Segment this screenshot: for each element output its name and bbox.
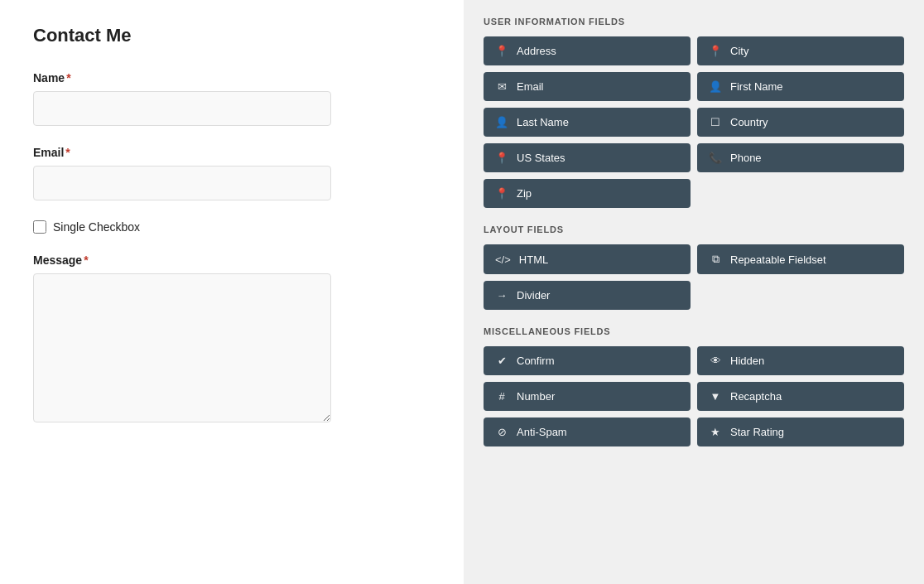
- address-icon: 📍: [495, 45, 508, 57]
- left-panel: Contact Me Name* Email* Single Checkbox …: [0, 0, 464, 584]
- field-btn-country[interactable]: ☐Country: [697, 108, 904, 137]
- city-icon: 📍: [709, 45, 722, 57]
- first-name-label: First Name: [730, 80, 783, 93]
- repeatable-fieldset-label: Repeatable Fieldset: [730, 253, 826, 266]
- checkbox-label: Single Checkbox: [53, 220, 140, 234]
- email-input[interactable]: [33, 166, 331, 200]
- checkbox-group: Single Checkbox: [33, 220, 431, 234]
- recaptcha-icon: ▼: [709, 390, 722, 403]
- first-name-icon: 👤: [709, 80, 722, 93]
- us-states-label: US States: [517, 152, 565, 164]
- divider-label: Divider: [517, 289, 550, 302]
- message-label: Message*: [33, 253, 431, 267]
- fields-grid-miscellaneous: ✔Confirm👁Hidden#Number▼Recaptcha⊘Anti-Sp…: [484, 346, 904, 446]
- star-rating-label: Star Rating: [730, 426, 784, 438]
- section-miscellaneous: MISCELLANEOUS FIELDS✔Confirm👁Hidden#Numb…: [484, 326, 904, 446]
- field-btn-confirm[interactable]: ✔Confirm: [484, 346, 691, 375]
- recaptcha-label: Recaptcha: [730, 390, 782, 403]
- phone-label: Phone: [730, 152, 762, 164]
- zip-label: Zip: [517, 187, 532, 200]
- anti-spam-icon: ⊘: [495, 426, 508, 438]
- field-btn-hidden[interactable]: 👁Hidden: [697, 346, 904, 375]
- address-label: Address: [517, 45, 556, 57]
- field-btn-address[interactable]: 📍Address: [484, 36, 691, 65]
- form-title: Contact Me: [33, 25, 431, 46]
- section-title-layout: LAYOUT FIELDS: [484, 224, 904, 234]
- phone-icon: 📞: [709, 152, 722, 164]
- fields-grid-user-info: 📍Address📍City✉Email👤First Name👤Last Name…: [484, 36, 904, 208]
- field-btn-number[interactable]: #Number: [484, 382, 691, 411]
- field-btn-repeatable-fieldset[interactable]: ⧉Repeatable Fieldset: [697, 244, 904, 274]
- field-btn-phone[interactable]: 📞Phone: [697, 143, 904, 172]
- message-textarea[interactable]: [33, 273, 331, 422]
- message-required: *: [84, 253, 88, 267]
- repeatable-fieldset-icon: ⧉: [709, 253, 722, 266]
- zip-icon: 📍: [495, 187, 508, 200]
- divider-icon: →: [495, 289, 508, 302]
- field-btn-star-rating[interactable]: ★Star Rating: [697, 417, 904, 446]
- field-btn-html[interactable]: </>HTML: [484, 244, 691, 274]
- section-title-user-info: USER INFORMATION FIELDS: [484, 17, 904, 27]
- name-label: Name*: [33, 71, 431, 84]
- number-icon: #: [495, 390, 508, 403]
- name-field-group: Name*: [33, 71, 431, 126]
- field-btn-anti-spam[interactable]: ⊘Anti-Spam: [484, 417, 691, 446]
- confirm-label: Confirm: [517, 355, 555, 367]
- section-user-info: USER INFORMATION FIELDS📍Address📍City✉Ema…: [484, 17, 904, 208]
- right-panel: USER INFORMATION FIELDS📍Address📍City✉Ema…: [464, 0, 924, 584]
- confirm-icon: ✔: [495, 355, 508, 367]
- us-states-icon: 📍: [495, 152, 508, 164]
- hidden-icon: 👁: [709, 355, 722, 367]
- name-required: *: [66, 71, 70, 84]
- field-btn-us-states[interactable]: 📍US States: [484, 143, 691, 172]
- section-title-miscellaneous: MISCELLANEOUS FIELDS: [484, 326, 904, 336]
- email-required: *: [65, 146, 70, 159]
- email-label: Email*: [33, 146, 431, 159]
- fields-grid-layout: </>HTML⧉Repeatable Fieldset→Divider: [484, 244, 904, 310]
- email-icon: ✉: [495, 80, 508, 93]
- star-rating-icon: ★: [709, 426, 722, 438]
- message-field-group: Message*: [33, 253, 431, 426]
- country-label: Country: [730, 116, 768, 128]
- email-field-group: Email*: [33, 146, 431, 200]
- single-checkbox[interactable]: [33, 220, 46, 234]
- html-icon: </>: [495, 253, 511, 266]
- html-label: HTML: [519, 253, 548, 266]
- field-btn-zip[interactable]: 📍Zip: [484, 179, 691, 208]
- last-name-icon: 👤: [495, 116, 508, 128]
- field-btn-divider[interactable]: →Divider: [484, 281, 691, 310]
- last-name-label: Last Name: [517, 116, 569, 128]
- field-btn-first-name[interactable]: 👤First Name: [697, 72, 904, 101]
- country-icon: ☐: [709, 116, 722, 128]
- city-label: City: [730, 45, 748, 57]
- number-label: Number: [517, 390, 555, 403]
- anti-spam-label: Anti-Spam: [517, 426, 567, 438]
- name-input[interactable]: [33, 91, 331, 126]
- field-btn-city[interactable]: 📍City: [697, 36, 904, 65]
- field-btn-last-name[interactable]: 👤Last Name: [484, 108, 691, 137]
- hidden-label: Hidden: [730, 355, 764, 367]
- field-btn-email[interactable]: ✉Email: [484, 72, 691, 101]
- field-btn-recaptcha[interactable]: ▼Recaptcha: [697, 382, 904, 411]
- email-label: Email: [517, 80, 544, 93]
- section-layout: LAYOUT FIELDS</>HTML⧉Repeatable Fieldset…: [484, 224, 904, 310]
